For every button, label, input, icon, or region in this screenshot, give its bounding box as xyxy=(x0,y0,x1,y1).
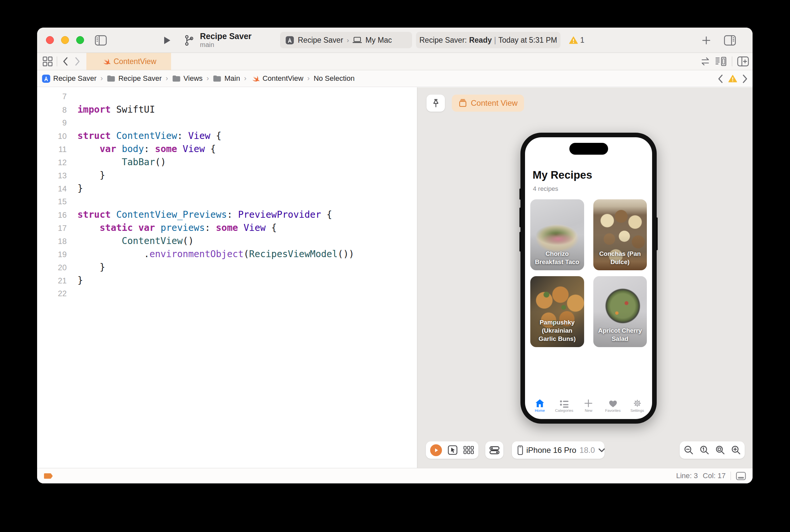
xcode-window: Recipe Saver main Recipe Saver › My Mac … xyxy=(37,27,753,483)
selectable-mode-button[interactable] xyxy=(447,445,458,455)
preview-name-button[interactable]: Content View xyxy=(452,95,524,112)
code-text: .environmentObject(RecipesViewModel()) xyxy=(77,248,354,261)
scheme-selector[interactable]: Recipe Saver › My Mac xyxy=(280,32,412,48)
warning-count: 1 xyxy=(580,36,584,45)
cursor-position: Line: 3 Col: 17 xyxy=(676,472,746,480)
previous-issue-button[interactable] xyxy=(717,74,723,83)
code-line[interactable]: 16struct ContentView_Previews: PreviewPr… xyxy=(37,208,417,221)
categories-icon xyxy=(559,400,569,408)
breadcrumb-item[interactable]: ContentView xyxy=(250,74,303,83)
live-preview-button[interactable] xyxy=(430,444,442,456)
toggle-debug-area-button[interactable] xyxy=(736,472,746,480)
code-line[interactable]: 11 var body: some View { xyxy=(37,142,417,156)
pin-preview-button[interactable] xyxy=(426,95,445,112)
scheme-destination[interactable]: My Mac xyxy=(365,36,392,45)
zoom-in-button[interactable] xyxy=(729,443,743,457)
line-number: 10 xyxy=(37,130,67,143)
phone-screen[interactable]: My Recipes 4 recipes Chorizo Breakfast T… xyxy=(525,137,652,419)
device-selector[interactable]: iPhone 16 Pro 18.0 xyxy=(512,441,604,459)
variants-mode-button[interactable] xyxy=(463,445,474,455)
toggle-inspector-button[interactable] xyxy=(723,35,737,46)
zoom-window-button[interactable] xyxy=(76,36,84,44)
phone-tab-settings[interactable]: Settings xyxy=(627,399,648,413)
line-number: 17 xyxy=(37,222,67,235)
folder-icon xyxy=(213,75,221,82)
breakpoints-toggle-icon[interactable] xyxy=(44,473,54,479)
code-text: struct ContentView_Previews: PreviewProv… xyxy=(77,208,332,221)
recipe-card[interactable]: Apricot Cherry Salad xyxy=(593,276,647,347)
code-line[interactable]: 21} xyxy=(37,274,417,287)
recipe-name: Chorizo Breakfast Taco xyxy=(530,250,584,270)
desktop: { "colors": { "accent_orange": "#DE7D2E"… xyxy=(0,0,790,532)
source-editor[interactable]: 78import SwiftUI910struct ContentView: V… xyxy=(37,87,417,468)
warning-indicator[interactable]: 1 xyxy=(569,27,584,53)
breadcrumb-item[interactable]: Recipe Saver xyxy=(107,74,161,83)
code-line[interactable]: 8import SwiftUI xyxy=(37,103,417,116)
pin-icon xyxy=(431,98,440,108)
zoom-100-button[interactable] xyxy=(697,443,711,457)
line-number: 18 xyxy=(37,235,67,248)
issue-warning-icon[interactable] xyxy=(728,75,737,83)
breadcrumb-separator: › xyxy=(244,74,246,83)
scheme-project[interactable]: Recipe Saver xyxy=(298,36,343,45)
library-add-button[interactable] xyxy=(700,35,712,46)
iphone-icon xyxy=(518,445,523,455)
code-area[interactable]: 78import SwiftUI910struct ContentView: V… xyxy=(37,87,417,300)
code-text: ContentView() xyxy=(77,234,194,248)
device-os-version: 18.0 xyxy=(580,445,595,455)
zoom-out-button[interactable] xyxy=(682,443,695,457)
breadcrumb-separator: › xyxy=(100,74,103,83)
phone-tab-home[interactable]: Home xyxy=(529,399,551,413)
code-line[interactable]: 7 xyxy=(37,90,417,103)
add-editor-button[interactable] xyxy=(736,56,750,66)
breadcrumb-label: Main xyxy=(224,74,240,83)
breadcrumb-item[interactable]: Recipe Saver xyxy=(42,74,97,83)
breadcrumb-item[interactable]: Main xyxy=(213,74,240,83)
line-number: 14 xyxy=(37,182,67,195)
phone-tab-categories[interactable]: Categories xyxy=(553,400,575,413)
code-line[interactable]: 17 static var previews: some View { xyxy=(37,221,417,234)
code-line[interactable]: 14} xyxy=(37,182,417,195)
code-text: static var previews: some View { xyxy=(77,221,277,234)
breadcrumb-separator: › xyxy=(207,74,209,83)
code-line[interactable]: 20 } xyxy=(37,261,417,274)
related-items-button[interactable] xyxy=(699,56,712,66)
breadcrumb-separator: › xyxy=(307,74,310,83)
status-project: Recipe Saver: xyxy=(419,36,467,45)
line-number: 8 xyxy=(37,103,67,117)
minimize-window-button[interactable] xyxy=(61,36,69,44)
tab-contentview[interactable]: ContentView xyxy=(86,53,171,70)
recipe-card[interactable]: Pampushky (Ukrainian Garlic Buns) xyxy=(530,276,584,347)
phone-tab-favorites[interactable]: Favorites xyxy=(602,399,624,413)
phone-tab-new[interactable]: New xyxy=(578,399,599,413)
code-line[interactable]: 13 } xyxy=(37,169,417,182)
next-issue-button[interactable] xyxy=(743,74,748,83)
tab-overview-button[interactable] xyxy=(42,56,54,66)
recipe-card[interactable]: Chorizo Breakfast Taco xyxy=(530,200,584,270)
close-window-button[interactable] xyxy=(46,36,54,44)
code-line[interactable]: 15 xyxy=(37,195,417,208)
app-icon-blue xyxy=(42,74,51,83)
recipe-card[interactable]: Conchas (Pan Dulce) xyxy=(593,200,647,270)
code-line[interactable]: 9 xyxy=(37,116,417,129)
go-back-button[interactable] xyxy=(61,57,69,66)
scheme-separator: › xyxy=(347,36,349,44)
code-line[interactable]: 10struct ContentView: View { xyxy=(37,129,417,142)
title-bar: Recipe Saver main Recipe Saver › My Mac … xyxy=(37,27,753,53)
breadcrumb-item[interactable]: Views xyxy=(172,74,203,83)
code-line[interactable]: 19 .environmentObject(RecipesViewModel()… xyxy=(37,248,417,261)
editor-options-button[interactable] xyxy=(714,56,727,66)
breadcrumb-separator: › xyxy=(166,74,168,83)
code-line[interactable]: 18 ContentView() xyxy=(37,234,417,248)
run-button[interactable] xyxy=(161,35,172,46)
breadcrumb-label: Recipe Saver xyxy=(118,74,161,83)
device-settings-button[interactable] xyxy=(485,441,503,459)
code-line[interactable]: 12 TabBar() xyxy=(37,156,417,169)
breadcrumb-item[interactable]: No Selection xyxy=(313,74,354,83)
go-forward-button[interactable] xyxy=(73,57,82,66)
line-number: 12 xyxy=(37,156,67,169)
code-line[interactable]: 22 xyxy=(37,287,417,300)
column-indicator: Col: 17 xyxy=(703,472,726,480)
toggle-navigator-button[interactable] xyxy=(93,35,108,46)
zoom-fit-button[interactable] xyxy=(713,443,727,457)
